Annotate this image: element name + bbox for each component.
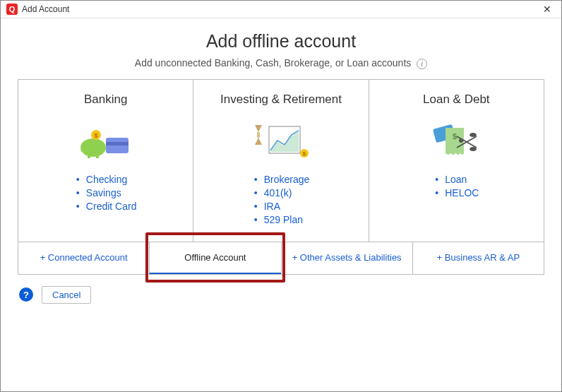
svg-rect-3: [96, 155, 99, 158]
info-icon[interactable]: i: [417, 59, 427, 69]
footer: ? Cancel: [1, 275, 561, 315]
loan-icon: $: [376, 119, 537, 162]
svg-marker-8: [255, 125, 262, 132]
svg-rect-2: [88, 155, 90, 158]
category-loan: Loan & Debt $ Loan HELOC: [369, 80, 544, 242]
link-brokerage[interactable]: Brokerage: [253, 174, 310, 185]
sub-heading-text: Add unconnected Banking, Cash, Brokerage…: [135, 57, 411, 69]
main-heading: Add offline account: [1, 31, 561, 52]
svg-point-22: [470, 147, 477, 151]
close-icon[interactable]: ✕: [539, 4, 556, 15]
tab-offline-account[interactable]: Offline Account: [149, 242, 280, 274]
link-list-loan: Loan HELOC: [434, 172, 479, 201]
sub-heading: Add unconnected Banking, Cash, Brokerage…: [1, 57, 561, 69]
svg-text:$: $: [303, 150, 306, 157]
category-investing: Investing & Retirement $ Brokerage 401(k…: [193, 80, 368, 242]
window-title: Add Account: [22, 4, 539, 14]
svg-text:$: $: [453, 132, 457, 141]
link-checking[interactable]: Checking: [75, 174, 137, 185]
link-credit-card[interactable]: Credit Card: [75, 201, 137, 212]
link-401k[interactable]: 401(k): [253, 187, 310, 198]
svg-point-1: [83, 141, 88, 149]
svg-marker-12: [270, 132, 299, 152]
svg-point-21: [470, 133, 477, 137]
categories-row: Banking $ Checking Savings Credit Card: [18, 80, 544, 242]
categories-box: Banking $ Checking Savings Credit Card: [18, 79, 544, 275]
category-title: Loan & Debt: [376, 93, 537, 107]
link-ira[interactable]: IRA: [253, 201, 310, 212]
title-bar: Q Add Account ✕: [1, 1, 561, 18]
investing-icon: $: [201, 119, 361, 162]
link-list-banking: Checking Savings Credit Card: [75, 172, 137, 214]
tabs-row: + Connected Account Offline Account + Ot…: [18, 242, 544, 274]
tab-offline-label: Offline Account: [184, 252, 246, 263]
link-list-investing: Brokerage 401(k) IRA 529 Plan: [253, 172, 310, 227]
banking-icon: $: [25, 119, 186, 162]
svg-point-20: [459, 138, 463, 143]
svg-rect-10: [257, 132, 260, 138]
tab-connected-account[interactable]: + Connected Account: [18, 242, 149, 274]
svg-rect-7: [106, 142, 128, 145]
link-savings[interactable]: Savings: [75, 187, 137, 198]
category-title: Banking: [25, 93, 186, 107]
link-loan[interactable]: Loan: [434, 174, 479, 185]
svg-text:$: $: [94, 132, 97, 139]
app-icon: Q: [6, 4, 18, 15]
tab-business-ar-ap[interactable]: + Business AR & AP: [412, 242, 544, 274]
link-heloc[interactable]: HELOC: [434, 187, 479, 198]
link-529-plan[interactable]: 529 Plan: [253, 214, 310, 225]
help-icon[interactable]: ?: [19, 287, 33, 302]
cancel-button[interactable]: Cancel: [42, 286, 91, 304]
category-title: Investing & Retirement: [201, 93, 361, 107]
svg-marker-9: [255, 138, 262, 145]
tab-other-assets[interactable]: + Other Assets & Liabilities: [281, 242, 412, 274]
category-banking: Banking $ Checking Savings Credit Card: [18, 80, 193, 242]
